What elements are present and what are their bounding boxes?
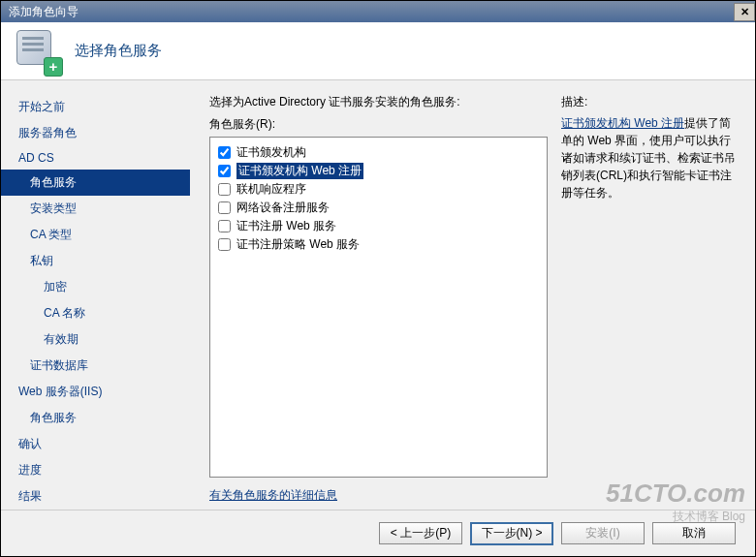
role-service-label: 证书颁发机构 xyxy=(236,144,306,161)
server-add-icon: + xyxy=(16,30,59,73)
role-service-item[interactable]: 证书注册策略 Web 服务 xyxy=(218,235,539,254)
sidebar-item[interactable]: 确认 xyxy=(1,431,190,457)
sidebar-item[interactable]: 角色服务 xyxy=(1,405,190,431)
sidebar-item[interactable]: CA 类型 xyxy=(1,222,190,248)
description-body: 证书颁发机构 Web 注册提供了简单的 Web 界面，使用户可以执行诸如请求和续… xyxy=(561,114,741,201)
role-service-item[interactable]: 联机响应程序 xyxy=(218,180,539,199)
close-button[interactable]: ✕ xyxy=(734,3,755,21)
role-services-listbox[interactable]: 证书颁发机构证书颁发机构 Web 注册联机响应程序网络设备注册服务证书注册 We… xyxy=(209,137,548,478)
description-panel: 描述: 证书颁发机构 Web 注册提供了简单的 Web 界面，使用户可以执行诸如… xyxy=(548,94,741,504)
page-title: 选择角色服务 xyxy=(75,42,162,60)
role-service-checkbox[interactable] xyxy=(218,220,231,232)
sidebar-item[interactable]: 开始之前 xyxy=(1,94,190,120)
role-service-item[interactable]: 证书注册 Web 服务 xyxy=(218,217,539,235)
role-service-item[interactable]: 证书颁发机构 Web 注册 xyxy=(218,162,539,180)
wizard-body: 开始之前服务器角色AD CS角色服务安装类型CA 类型私钥加密CA 名称有效期证… xyxy=(1,80,755,510)
role-service-item[interactable]: 证书颁发机构 xyxy=(218,143,539,162)
role-service-label: 证书颁发机构 Web 注册 xyxy=(236,163,363,179)
role-service-checkbox[interactable] xyxy=(218,165,231,177)
plus-icon: + xyxy=(44,57,63,77)
wizard-window: 添加角色向导 ✕ + 选择角色服务 开始之前服务器角色AD CS角色服务安装类型… xyxy=(0,0,756,557)
sidebar-item[interactable]: 私钥 xyxy=(1,248,190,274)
sidebar-item[interactable]: AD CS xyxy=(1,146,190,170)
sidebar-item[interactable]: Web 服务器(IIS) xyxy=(1,379,190,405)
content-area: 选择为Active Directory 证书服务安装的角色服务: 角色服务(R)… xyxy=(190,80,755,510)
sidebar-item[interactable]: 证书数据库 xyxy=(1,353,190,379)
sidebar-item[interactable]: 安装类型 xyxy=(1,196,190,222)
more-info-link[interactable]: 有关角色服务的详细信息 xyxy=(209,487,548,504)
role-service-checkbox[interactable] xyxy=(218,183,231,196)
description-link[interactable]: 证书颁发机构 Web 注册 xyxy=(561,116,684,130)
role-services-label: 角色服务(R): xyxy=(209,116,548,133)
role-service-label: 证书注册策略 Web 服务 xyxy=(236,236,360,253)
wizard-footer: < 上一步(P) 下一步(N) > 安装(I) 取消 xyxy=(1,510,755,556)
role-service-item[interactable]: 网络设备注册服务 xyxy=(218,199,539,217)
role-service-label: 网络设备注册服务 xyxy=(236,200,330,216)
sidebar-item[interactable]: 角色服务 xyxy=(1,170,190,196)
titlebar: 添加角色向导 ✕ xyxy=(1,1,755,22)
role-service-label: 联机响应程序 xyxy=(236,181,306,198)
sidebar-item[interactable]: 服务器角色 xyxy=(1,120,190,146)
wizard-header: + 选择角色服务 xyxy=(1,22,755,80)
role-service-checkbox[interactable] xyxy=(218,238,231,251)
instruction-text: 选择为Active Directory 证书服务安装的角色服务: xyxy=(209,94,548,110)
install-button[interactable]: 安装(I) xyxy=(561,522,645,544)
sidebar-item[interactable]: CA 名称 xyxy=(1,300,190,326)
role-service-label: 证书注册 Web 服务 xyxy=(236,218,336,234)
titlebar-buttons: ✕ xyxy=(734,3,755,21)
role-service-checkbox[interactable] xyxy=(218,201,231,214)
back-button[interactable]: < 上一步(P) xyxy=(379,522,462,544)
role-service-checkbox[interactable] xyxy=(218,146,231,159)
description-title: 描述: xyxy=(561,94,741,110)
next-button[interactable]: 下一步(N) > xyxy=(470,522,553,545)
cancel-button[interactable]: 取消 xyxy=(652,522,736,544)
window-title: 添加角色向导 xyxy=(9,4,79,20)
sidebar-nav: 开始之前服务器角色AD CS角色服务安装类型CA 类型私钥加密CA 名称有效期证… xyxy=(1,80,190,510)
sidebar-item[interactable]: 有效期 xyxy=(1,326,190,353)
content-columns: 选择为Active Directory 证书服务安装的角色服务: 角色服务(R)… xyxy=(209,94,741,504)
role-services-column: 选择为Active Directory 证书服务安装的角色服务: 角色服务(R)… xyxy=(209,94,548,504)
sidebar-item[interactable]: 结果 xyxy=(1,483,190,510)
sidebar-item[interactable]: 加密 xyxy=(1,274,190,300)
sidebar-item[interactable]: 进度 xyxy=(1,457,190,483)
